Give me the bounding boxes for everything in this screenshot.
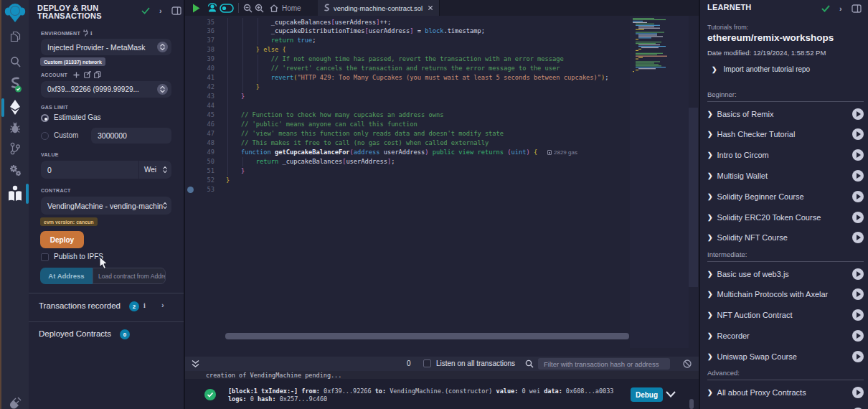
at-address-input[interactable]: Load contract from Addres — [93, 268, 166, 284]
tutorial-item[interactable]: ❯Solidity Beginner Course — [707, 188, 864, 205]
code-line[interactable]: 35 _cupcakeBalances[userAddress]++; — [185, 18, 699, 27]
editor-vertical-scrollbar[interactable] — [689, 108, 698, 287]
sign-message-icon[interactable] — [84, 71, 91, 78]
tutorial-item[interactable]: ❯Solidity ERC20 Token Course — [707, 209, 864, 226]
home-tab[interactable]: Home — [270, 0, 301, 16]
code-line[interactable]: 48 // This makes it free to call (no gas… — [185, 138, 699, 148]
tutorial-item[interactable]: ❯Intro to Circom — [707, 146, 864, 164]
tutorial-item[interactable]: ❯Solidity NFT Course — [707, 229, 864, 246]
settings-icon[interactable] — [1, 164, 29, 177]
terminal-filter-input[interactable]: Filter with transaction hash or address — [538, 358, 670, 370]
code-line[interactable]: 44 — [185, 101, 699, 111]
tutorial-item[interactable]: ❯Basic use of web3.js — [707, 265, 864, 283]
breakpoint-marker[interactable] — [187, 187, 194, 193]
tutorial-item[interactable]: ❯Basics of Remix — [707, 105, 864, 123]
run-script-icon[interactable] — [192, 0, 200, 16]
play-tutorial-icon[interactable] — [852, 212, 864, 223]
at-address-button[interactable]: At Address — [40, 268, 93, 284]
play-tutorial-icon[interactable] — [852, 351, 864, 362]
learneth-icon[interactable] — [1, 185, 29, 202]
panel-collapse-icon[interactable]: › — [159, 6, 162, 15]
transactions-info-icon[interactable]: i — [143, 301, 146, 309]
panel-pin-icon[interactable] — [171, 6, 181, 15]
code-line[interactable]: 39 // If not enough time has passed, rev… — [185, 55, 699, 64]
tutorial-item[interactable]: ❯Multisig Wallet — [707, 167, 864, 184]
play-tutorial-icon[interactable] — [852, 387, 864, 398]
tutorial-item[interactable]: ❯Multichain Protocols with Axelar — [707, 286, 864, 303]
editor-horizontal-scrollbar[interactable] — [225, 333, 629, 339]
code-line[interactable]: 37 return true; — [185, 36, 699, 45]
account-select[interactable]: 0xf39...92266 (9999.99929... — [41, 81, 171, 98]
code-line[interactable]: 43 } — [185, 92, 699, 101]
code-line[interactable]: 36 _cupcakeDistributionTimes[userAddress… — [185, 27, 699, 36]
debug-button[interactable]: Debug — [631, 387, 663, 402]
value-unit-select[interactable]: Wei — [139, 161, 171, 179]
close-tab-icon[interactable] — [428, 5, 433, 11]
zoom-out-icon[interactable] — [243, 0, 253, 16]
deploy-run-icon[interactable] — [1, 100, 29, 115]
play-tutorial-icon[interactable] — [852, 232, 864, 243]
code-line[interactable]: 45 // Function to check how many cupcake… — [185, 111, 699, 120]
debugger-icon[interactable] — [1, 121, 29, 134]
code-line[interactable]: 42 } — [185, 83, 699, 92]
transactions-expand-icon[interactable]: › — [161, 301, 164, 309]
contract-select[interactable]: VendingMachine - vending-machin — [41, 197, 171, 215]
git-icon[interactable] — [1, 142, 29, 155]
play-tutorial-icon[interactable] — [852, 268, 864, 280]
environment-select[interactable]: Injected Provider - MetaMask — [41, 39, 171, 55]
search-icon[interactable] — [1, 56, 29, 67]
publish-ipfs-checkbox[interactable] — [41, 253, 49, 261]
code-line[interactable]: 38 } else { — [185, 45, 699, 55]
environment-info-icon[interactable]: i — [90, 29, 93, 37]
expand-tx-icon[interactable] — [666, 391, 676, 398]
tx-log-line[interactable]: [block:1 txIndex:-] from: 0xf39...92266 … — [228, 387, 613, 395]
remix-ai-icon[interactable] — [207, 0, 217, 16]
custom-gas-input[interactable]: 3000000 — [91, 128, 171, 144]
custom-gas-radio[interactable] — [41, 132, 49, 140]
play-tutorial-icon[interactable] — [852, 191, 864, 202]
play-tutorial-icon[interactable] — [852, 108, 864, 120]
solidity-compiler-icon[interactable] — [1, 77, 29, 93]
listen-transactions-checkbox[interactable] — [423, 359, 431, 367]
tab-vending-machine-contract[interactable]: vending-machine-contract.sol — [318, 0, 440, 16]
terminal-scrollbar[interactable] — [689, 399, 694, 409]
tutorial-item[interactable]: ❯Deploy with Libraries — [707, 405, 864, 409]
copy-address-icon[interactable] — [94, 71, 101, 78]
copilot-toggle-icon[interactable] — [220, 0, 234, 16]
value-input[interactable]: 0 — [41, 161, 138, 179]
remix-logo-icon[interactable] — [1, 3, 29, 22]
code-line[interactable]: 47 // 'view' means this function only re… — [185, 129, 699, 138]
zoom-in-icon[interactable] — [255, 0, 264, 16]
terminal[interactable]: creation of VendingMachine pending... [b… — [185, 371, 699, 409]
code-line[interactable]: 52} — [185, 176, 699, 185]
panel-collapse-icon[interactable]: › — [839, 4, 842, 13]
code-line[interactable]: 51 } — [185, 166, 699, 176]
tutorial-item[interactable]: ❯All about Proxy Contracts — [707, 384, 864, 401]
plugin-manager-icon[interactable] — [1, 396, 29, 409]
add-account-icon[interactable] — [73, 72, 80, 78]
clear-terminal-icon[interactable] — [683, 359, 692, 368]
panel-pin-icon[interactable] — [852, 4, 862, 13]
code-line[interactable]: 41 revert("HTTP 429: Too Many Cupcakes (… — [185, 73, 699, 83]
expand-terminal-icon[interactable] — [192, 359, 199, 368]
deploy-button[interactable]: Deploy — [40, 231, 84, 248]
play-tutorial-icon[interactable] — [852, 170, 864, 182]
import-tutorial-repo[interactable]: ❯ Import another tutorial repo — [712, 65, 810, 73]
file-explorer-icon[interactable] — [1, 31, 29, 42]
tutorial-item[interactable]: ❯Uniswap Swap Course — [707, 348, 864, 365]
plug-icon[interactable] — [82, 29, 89, 37]
code-line[interactable]: 53 — [185, 185, 699, 194]
play-tutorial-icon[interactable] — [852, 128, 864, 140]
tx-log-line[interactable]: logs: 0 hash: 0x257...9c460 — [228, 395, 327, 403]
play-tutorial-icon[interactable] — [852, 309, 864, 321]
estimated-gas-radio[interactable] — [41, 114, 49, 122]
code-line[interactable]: 40 // 'revert' cancels the transaction a… — [185, 64, 699, 73]
code-line[interactable]: 50 return _cupcakeBalances[userAddress]; — [185, 157, 699, 166]
code-line[interactable]: 46 // 'public' means anyone can call thi… — [185, 120, 699, 129]
tutorial-item[interactable]: ❯Recorder — [707, 327, 864, 344]
tutorial-item[interactable]: ❯NFT Auction Contract — [707, 306, 864, 324]
code-line[interactable]: 49 function getCupcakeBalanceFor(address… — [185, 148, 699, 157]
code-editor[interactable]: 35 _cupcakeBalances[userAddress]++;36 _c… — [185, 16, 699, 348]
tutorial-item[interactable]: ❯Hash Checker Tutorial — [707, 126, 864, 143]
play-tutorial-icon[interactable] — [852, 288, 864, 300]
